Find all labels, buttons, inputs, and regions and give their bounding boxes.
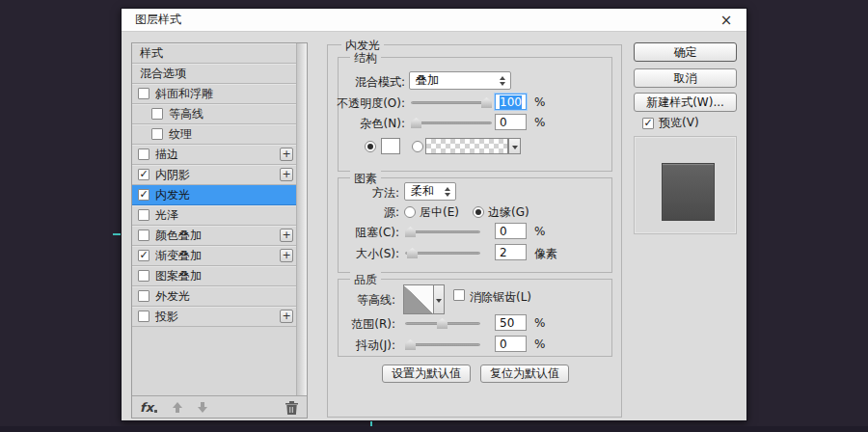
fx-icon[interactable]: fx	[140, 400, 153, 415]
opacity-slider[interactable]	[411, 97, 492, 108]
sidebar-item-color-overlay[interactable]: 颜色叠加	[132, 226, 296, 246]
sidebar-footer: fx	[132, 395, 307, 418]
style-preview-swatch	[662, 163, 715, 221]
reset-default-button[interactable]: 复位为默认值	[480, 364, 569, 383]
choke-label: 阻塞(C):	[328, 225, 399, 241]
styles-sidebar: 样式 混合选项 斜面和浮雕 等高线 纹理 描边	[131, 42, 308, 418]
source-edge-radio[interactable]	[473, 206, 484, 218]
antialias-label: 消除锯齿(L)	[470, 289, 531, 306]
size-unit: 像素	[534, 246, 557, 262]
sidebar-item-satin[interactable]: 光泽	[132, 205, 296, 226]
checkbox-icon[interactable]	[138, 250, 149, 261]
jitter-slider[interactable]	[405, 339, 480, 350]
layer-style-dialog: 图层样式 × 样式 混合选项 斜面和浮雕 等高线 纹理	[121, 8, 747, 421]
gradient-fill-radio[interactable]	[412, 141, 423, 152]
quality-group-label: 品质	[350, 272, 381, 288]
move-down-icon[interactable]	[198, 402, 207, 413]
add-effect-icon[interactable]	[280, 168, 293, 181]
trash-icon[interactable]	[285, 400, 298, 414]
size-slider[interactable]	[405, 248, 480, 258]
color-fill-radio[interactable]	[365, 141, 376, 152]
checkbox-icon[interactable]	[151, 108, 163, 120]
sidebar-item-drop-shadow[interactable]: 投影	[132, 307, 296, 327]
sidebar-item-blending-options[interactable]: 混合选项	[132, 64, 296, 84]
chevron-updown-icon	[500, 76, 505, 86]
teal-marker	[113, 233, 121, 235]
add-effect-icon[interactable]	[280, 229, 293, 242]
checkbox-icon[interactable]	[138, 169, 149, 180]
opacity-unit: %	[534, 95, 545, 109]
choke-unit: %	[534, 225, 545, 238]
add-effect-icon[interactable]	[280, 249, 293, 262]
checkbox-icon[interactable]	[138, 230, 149, 241]
checkbox-icon[interactable]	[138, 148, 149, 160]
add-effect-icon[interactable]	[280, 148, 293, 161]
blend-mode-label: 混合模式:	[328, 74, 405, 91]
checkbox-icon[interactable]	[138, 290, 149, 302]
contour-dropdown-icon[interactable]	[434, 284, 445, 314]
sidebar-item-stroke[interactable]: 描边	[132, 145, 296, 165]
checkbox-icon[interactable]	[138, 270, 149, 282]
sidebar-item-inner-glow[interactable]: 内发光	[132, 185, 296, 205]
sidebar-item-bevel-emboss[interactable]: 斜面和浮雕	[132, 84, 296, 104]
move-up-icon[interactable]	[173, 402, 182, 413]
sidebar-item-styles-header[interactable]: 样式	[132, 43, 296, 64]
dialog-title: 图层样式	[135, 12, 181, 28]
noise-slider[interactable]	[411, 118, 492, 128]
preview-checkbox[interactable]	[642, 118, 654, 129]
make-default-button[interactable]: 设置为默认值	[382, 364, 471, 383]
technique-select[interactable]: 柔和	[404, 182, 456, 201]
checkbox-icon[interactable]	[138, 189, 149, 201]
opacity-label: 不透明度(O):	[328, 95, 405, 112]
cancel-button[interactable]: 取消	[634, 68, 737, 88]
range-input[interactable]: 50	[495, 314, 527, 331]
checkbox-icon[interactable]	[138, 88, 149, 99]
choke-input[interactable]: 0	[495, 223, 527, 239]
technique-label: 方法:	[328, 185, 399, 202]
inner-glow-panel: 内发光 结构 混合模式: 叠加 不透明度(O): 100 % 杂色(N): 0 …	[327, 44, 622, 418]
noise-unit: %	[534, 116, 545, 129]
sidebar-item-inner-shadow[interactable]: 内阴影	[132, 165, 296, 185]
range-label: 范围(R):	[328, 316, 395, 333]
styles-list: 样式 混合选项 斜面和浮雕 等高线 纹理 描边	[132, 43, 307, 395]
choke-slider[interactable]	[405, 227, 480, 237]
jitter-unit: %	[534, 338, 545, 351]
preview-label: 预览(V)	[659, 115, 699, 131]
structure-group-label: 结构	[350, 50, 381, 67]
contour-label: 等高线:	[328, 292, 395, 309]
new-style-button[interactable]: 新建样式(W)...	[634, 93, 737, 112]
close-icon[interactable]: ×	[718, 12, 735, 29]
contour-thumbnail[interactable]	[403, 284, 434, 314]
add-effect-icon[interactable]	[280, 310, 293, 323]
bottom-edge-strip	[0, 426, 868, 432]
sidebar-scrollbar[interactable]	[296, 43, 307, 395]
antialias-checkbox[interactable]	[453, 289, 465, 301]
blend-mode-select[interactable]: 叠加	[409, 71, 511, 90]
source-edge-label: 边缘(G)	[488, 204, 529, 221]
size-label: 大小(S):	[328, 246, 399, 262]
sidebar-item-gradient-overlay[interactable]: 渐变叠加	[132, 246, 296, 266]
noise-input[interactable]: 0	[495, 114, 527, 130]
preview-toggle-row: 预览(V)	[642, 115, 699, 131]
opacity-input[interactable]: 100	[495, 94, 527, 110]
sidebar-item-texture[interactable]: 纹理	[132, 124, 296, 145]
checkbox-icon[interactable]	[138, 310, 149, 322]
range-slider[interactable]	[405, 318, 480, 329]
source-label: 源:	[328, 204, 399, 221]
noise-label: 杂色(N):	[328, 116, 405, 132]
sidebar-item-outer-glow[interactable]: 外发光	[132, 286, 296, 307]
sidebar-item-pattern-overlay[interactable]: 图案叠加	[132, 266, 296, 286]
checkbox-icon[interactable]	[138, 209, 149, 221]
size-input[interactable]: 2	[495, 244, 527, 260]
sidebar-item-contour[interactable]: 等高线	[132, 104, 296, 124]
jitter-input[interactable]: 0	[495, 336, 527, 352]
chevron-updown-icon	[445, 187, 450, 197]
checkbox-icon[interactable]	[151, 128, 163, 140]
gradient-picker[interactable]	[425, 138, 508, 154]
source-center-radio[interactable]	[404, 206, 416, 218]
ok-button[interactable]: 确定	[634, 42, 737, 62]
range-unit: %	[534, 316, 545, 330]
style-preview-box	[634, 136, 737, 234]
glow-color-swatch[interactable]	[381, 138, 400, 154]
gradient-dropdown-icon[interactable]	[508, 138, 521, 154]
